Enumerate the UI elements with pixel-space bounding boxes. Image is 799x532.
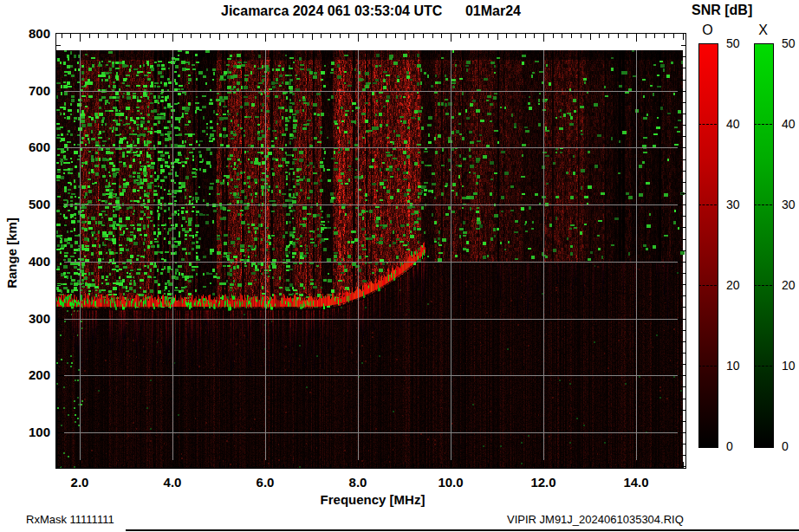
colorbar-tick-label: 20 [726,278,749,292]
colorbar-tick-dash [754,204,772,205]
colorbar-tick-label: 30 [782,198,799,211]
y-tick-label: 200 [9,367,50,383]
ionogram-heatmap-canvas [56,34,685,468]
y-tick-label: 300 [9,311,50,327]
colorbar-tick-dash [754,285,772,286]
colorbar-tick-dash [698,204,717,205]
colorbar-title: SNR [dB] [692,3,799,18]
colorbar-tick-label: 0 [726,439,749,453]
ionogram-page: Jicamarca 2024 061 03:53:04 UTC 01Mar24 … [0,0,799,532]
x-tick-label: 2.0 [54,475,106,490]
y-tick-label: 600 [9,139,50,155]
x-tick-label: 12.0 [517,475,569,490]
colorbar-tick-label: 30 [726,198,749,211]
x-tick-label: 14.0 [610,475,662,490]
x-tick-label: 6.0 [239,475,291,490]
colorbar-tick-dash [754,366,772,367]
datafile-text: VIPIR JM91J_2024061035304.RIQ [507,513,684,526]
colorbar-x-label: X [754,23,772,38]
x-tick-label: 10.0 [425,475,477,490]
y-tick-label: 100 [9,425,50,440]
x-tick-label: 8.0 [332,475,384,490]
colorbar-tick-dash [754,124,772,125]
x-tick-label: 4.0 [146,475,198,490]
colorbar-tick-label: 50 [782,36,799,50]
colorbar-tick-dash [698,124,717,125]
y-tick-label: 700 [9,83,50,99]
colorbar-tick-dash [698,366,717,367]
plot-frame [55,33,686,469]
colorbar-tick-label: 10 [782,359,799,373]
colorbar-o-label: O [698,23,717,38]
colorbar-tick-label: 0 [782,439,799,453]
colorbar-o-gradient [698,43,718,448]
colorbar-tick-label: 20 [782,278,799,292]
colorbar-x-gradient [754,43,774,448]
y-tick-label: 800 [9,26,50,42]
rxmask-text: RxMask 11111111 [26,513,114,526]
footer-rule [126,529,799,531]
colorbar-tick-label: 40 [726,117,749,131]
x-axis-label: Frequency [MHz] [273,492,472,507]
colorbar-tick-dash [698,285,717,286]
y-tick-label: 400 [9,254,50,269]
colorbar-tick-label: 40 [782,117,799,131]
colorbar-tick-label: 50 [726,36,749,50]
colorbar-tick-label: 10 [726,359,749,373]
y-tick-label: 500 [9,197,50,212]
plot-title: Jicamarca 2024 061 03:53:04 UTC 01Mar24 [56,3,685,19]
